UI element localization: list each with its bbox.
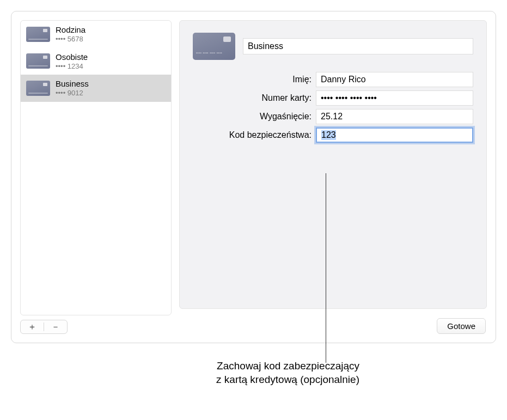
sidebar: Rodzina •••• 5678 Osobiste •••• 1234 Bus… bbox=[20, 20, 172, 334]
credit-card-icon bbox=[26, 53, 50, 69]
card-list-item[interactable]: Rodzina •••• 5678 bbox=[21, 21, 171, 48]
card-item-name: Rodzina bbox=[56, 25, 85, 35]
minus-icon: － bbox=[51, 321, 60, 333]
card-item-name: Osobiste bbox=[56, 52, 88, 62]
done-button[interactable]: Gotowe bbox=[437, 318, 486, 334]
form-row-name: Imię: bbox=[193, 72, 473, 87]
security-code-input[interactable] bbox=[316, 127, 473, 143]
name-input[interactable] bbox=[316, 72, 473, 87]
card-number-input[interactable] bbox=[316, 90, 473, 106]
card-item-mask: •••• 1234 bbox=[56, 62, 88, 71]
expiry-input[interactable] bbox=[316, 109, 473, 124]
card-item-mask: •••• 5678 bbox=[56, 35, 85, 44]
credit-card-icon bbox=[26, 81, 50, 96]
card-list: Rodzina •••• 5678 Osobiste •••• 1234 Bus… bbox=[20, 20, 172, 315]
sidebar-controls: ＋ － bbox=[20, 320, 68, 334]
callout-leader-line bbox=[326, 173, 326, 363]
detail-header bbox=[193, 33, 473, 60]
name-label: Imię: bbox=[193, 75, 311, 84]
card-item-name: Business bbox=[56, 79, 89, 89]
card-item-text: Business •••• 9012 bbox=[56, 79, 89, 98]
callout-line-1: Zachowaj kod zabezpieczający bbox=[217, 360, 359, 372]
add-button[interactable]: ＋ bbox=[21, 320, 44, 333]
credit-card-icon bbox=[193, 33, 235, 60]
form-row-security: Kod bezpieczeństwa: bbox=[193, 127, 473, 143]
expiry-label: Wygaśnięcie: bbox=[193, 112, 311, 121]
callout-text: Zachowaj kod zabezpieczający z kartą kre… bbox=[87, 360, 359, 386]
remove-button[interactable]: － bbox=[44, 320, 67, 333]
security-code-label: Kod bezpieczeństwa: bbox=[193, 130, 311, 140]
preferences-window: Rodzina •••• 5678 Osobiste •••• 1234 Bus… bbox=[11, 11, 496, 343]
plus-icon: ＋ bbox=[28, 321, 36, 333]
card-list-item[interactable]: Osobiste •••• 1234 bbox=[21, 48, 171, 75]
form-rows: Imię: Numer karty: Wygaśnięcie: Kod bezp… bbox=[193, 72, 473, 143]
card-item-mask: •••• 9012 bbox=[56, 89, 89, 98]
detail-panel: Imię: Numer karty: Wygaśnięcie: Kod bezp… bbox=[179, 20, 487, 309]
credit-card-icon bbox=[26, 27, 50, 42]
form-row-number: Numer karty: bbox=[193, 90, 473, 106]
card-item-text: Rodzina •••• 5678 bbox=[56, 25, 85, 44]
card-number-label: Numer karty: bbox=[193, 93, 311, 103]
callout-line-2: z kartą kredytową (opcjonalnie) bbox=[216, 374, 359, 385]
card-item-text: Osobiste •••• 1234 bbox=[56, 52, 88, 71]
form-row-expiry: Wygaśnięcie: bbox=[193, 109, 473, 124]
done-button-wrap: Gotowe bbox=[437, 318, 486, 334]
card-title-input[interactable] bbox=[243, 38, 473, 54]
card-list-item-selected[interactable]: Business •••• 9012 bbox=[21, 75, 171, 102]
